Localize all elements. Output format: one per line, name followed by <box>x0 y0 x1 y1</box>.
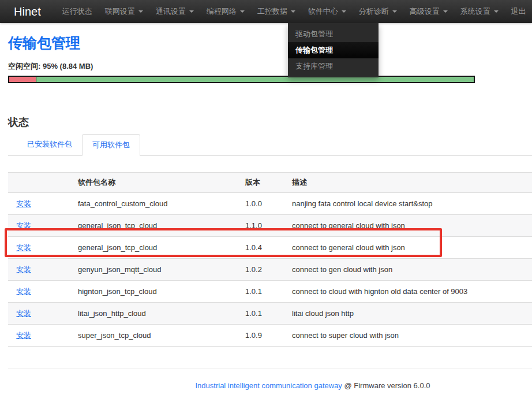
navbar-item: 通讯设置 <box>149 0 200 23</box>
navbar-link[interactable]: 工控数据 <box>251 0 302 23</box>
package-name: genyun_json_mqtt_cloud <box>70 259 237 281</box>
column-header <box>8 173 70 193</box>
package-version: 1.0.9 <box>237 325 284 347</box>
navbar-link[interactable]: 联网设置 <box>99 0 149 23</box>
install-link[interactable]: 安装 <box>16 309 31 318</box>
package-version: 1.1.0 <box>237 215 284 237</box>
package-description: nanjing fata control local device start&… <box>284 193 532 215</box>
top-navbar: Hinet 运行状态联网设置通讯设置编程网络工控数据软件中心分析诊断高级设置系统… <box>0 0 532 23</box>
page-title: 传输包管理 <box>8 34 532 51</box>
navbar-item: 工控数据 <box>251 0 302 23</box>
package-description: connect to general cloud with json <box>284 215 532 237</box>
install-link[interactable]: 安装 <box>16 287 31 296</box>
package-description: litai cloud json http <box>284 303 532 325</box>
package-tabs: 已安装软件包可用软件包 <box>8 134 532 156</box>
navbar-link[interactable]: 通讯设置 <box>149 0 200 23</box>
navbar-link[interactable]: 高级设置 <box>403 0 454 23</box>
table-row: 安装general_json_tcp_cloud1.1.0connect to … <box>8 215 532 237</box>
footer-divider <box>8 369 532 369</box>
navbar-link[interactable]: 系统设置 <box>454 0 505 23</box>
used-space-segment <box>9 77 36 82</box>
caret-down-icon <box>189 10 194 13</box>
navbar-menu: 运行状态联网设置通讯设置编程网络工控数据软件中心分析诊断高级设置系统设置退出 <box>56 0 532 23</box>
package-version: 1.0.1 <box>237 303 284 325</box>
install-link[interactable]: 安装 <box>16 331 31 340</box>
package-version: 1.0.0 <box>237 193 284 215</box>
package-name: super_json_tcp_cloud <box>70 325 237 347</box>
package-name: litai_json_http_cloud <box>70 303 237 325</box>
navbar-link[interactable]: 分析诊断 <box>353 0 403 23</box>
package-version: 1.0.2 <box>237 259 284 281</box>
app-window: Hinet 运行状态联网设置通讯设置编程网络工控数据软件中心分析诊断高级设置系统… <box>0 0 532 398</box>
package-description: connect to general cloud with json <box>284 237 532 259</box>
caret-down-icon <box>240 10 245 13</box>
caret-down-icon <box>291 10 295 13</box>
table-header-row: 软件包名称版本描述 <box>8 173 532 193</box>
package-description: connect to cloud with hignton old data c… <box>284 281 532 303</box>
dropdown-item[interactable]: 传输包管理 <box>288 42 379 58</box>
free-space-label: 空闲空间: 95% (8.84 MB) <box>8 61 532 72</box>
package-name: hignton_json_tcp_cloud <box>70 281 237 303</box>
navbar-link[interactable]: 编程网络 <box>200 0 251 23</box>
install-link[interactable]: 安装 <box>16 199 31 208</box>
table-row: 安装general_json_tcp_cloud1.0.4connect to … <box>8 237 532 259</box>
package-name: fata_control_custom_cloud <box>70 193 237 215</box>
navbar-link[interactable]: 运行状态 <box>56 0 99 23</box>
package-name: general_json_tcp_cloud <box>70 237 237 259</box>
navbar-item: 联网设置 <box>99 0 149 23</box>
install-link[interactable]: 安装 <box>16 243 31 252</box>
brand-logo[interactable]: Hinet <box>0 0 53 23</box>
navbar-item: 系统设置 <box>454 0 505 23</box>
install-link[interactable]: 安装 <box>16 265 31 274</box>
dropdown-item[interactable]: 驱动包管理 <box>288 26 379 42</box>
table-row: 安装genyun_json_mqtt_cloud1.0.2connect to … <box>8 259 532 281</box>
package-description: connect to super cloud with json <box>284 325 532 347</box>
install-link[interactable]: 安装 <box>16 221 31 230</box>
navbar-item: 高级设置 <box>403 0 454 23</box>
package-name: general_json_tcp_cloud <box>70 215 237 237</box>
caret-down-icon <box>342 10 346 13</box>
navbar-item: 软件中心 <box>302 0 353 23</box>
free-space-segment <box>36 77 474 82</box>
footer: Industrial intelligent communication gat… <box>8 381 532 390</box>
navbar-item: 编程网络 <box>200 0 251 23</box>
packages-table: 软件包名称版本描述 安装fata_control_custom_cloud1.0… <box>8 172 532 347</box>
column-header: 描述 <box>284 173 532 193</box>
package-description: connect to gen cloud with json <box>284 259 532 281</box>
tab-available-packages[interactable]: 可用软件包 <box>82 134 140 156</box>
caret-down-icon <box>392 10 397 13</box>
caret-down-icon <box>494 10 499 13</box>
table-row: 安装super_json_tcp_cloud1.0.9connect to su… <box>8 325 532 347</box>
navbar-item: 分析诊断 <box>353 0 403 23</box>
dropdown-item[interactable]: 支持库管理 <box>288 58 379 75</box>
main-content: 传输包管理 空闲空间: 95% (8.84 MB) 状态 已安装软件包可用软件包… <box>0 34 532 390</box>
column-header: 软件包名称 <box>70 173 237 193</box>
table-header: 软件包名称版本描述 <box>8 173 532 193</box>
navbar-item: 运行状态 <box>56 0 99 23</box>
package-version: 1.0.1 <box>237 281 284 303</box>
package-version: 1.0.4 <box>237 237 284 259</box>
table-row: 安装hignton_json_tcp_cloud1.0.1connect to … <box>8 281 532 303</box>
storage-progressbar <box>8 76 475 83</box>
status-heading: 状态 <box>8 116 532 129</box>
caret-down-icon <box>443 10 448 13</box>
navbar-link[interactable]: 软件中心 <box>302 0 353 23</box>
navbar-link[interactable]: 退出 <box>505 0 532 23</box>
caret-down-icon <box>138 10 143 13</box>
footer-gateway-link[interactable]: Industrial intelligent communication gat… <box>196 381 342 390</box>
column-header: 版本 <box>237 173 284 193</box>
tab-installed-packages[interactable]: 已安装软件包 <box>17 134 82 156</box>
table-row: 安装fata_control_custom_cloud1.0.0nanjing … <box>8 193 532 215</box>
footer-firmware-text: @ Firmware version 6.0.0 <box>342 381 430 390</box>
software-center-dropdown: 驱动包管理传输包管理支持库管理 <box>288 23 379 77</box>
navbar-item: 退出 <box>505 0 532 23</box>
table-row: 安装litai_json_http_cloud1.0.1litai cloud … <box>8 303 532 325</box>
